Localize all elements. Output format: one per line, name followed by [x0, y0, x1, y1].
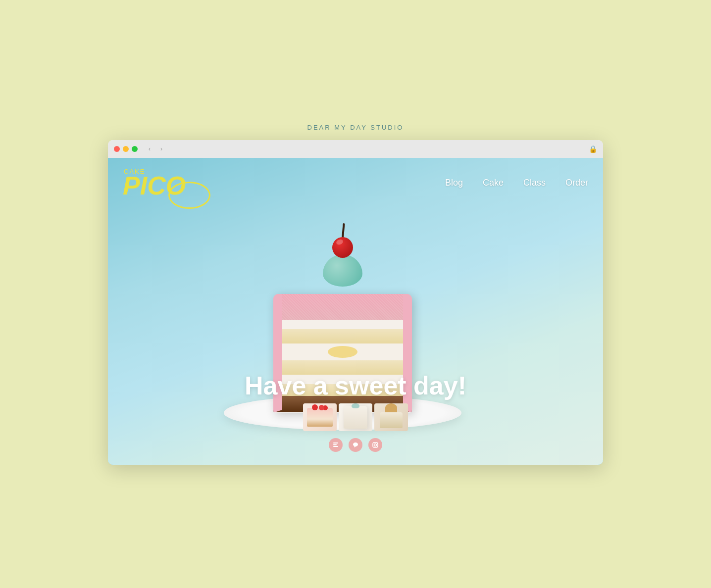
nav-links: Blog Cake Class Order: [445, 178, 588, 188]
svg-point-6: [377, 443, 377, 443]
thumbnail-2[interactable]: [339, 403, 372, 431]
hero-tagline: Have a sweet day!: [245, 371, 466, 400]
cake-visual: [214, 193, 471, 440]
browser-lock-icon: 🔒: [589, 145, 597, 153]
nav-item-class[interactable]: Class: [523, 178, 546, 188]
forward-button[interactable]: ›: [156, 144, 166, 154]
browser-chrome: ‹ › 🔒: [108, 140, 603, 158]
outer-title: DEAR MY DAY STUDIO: [307, 124, 404, 131]
back-button[interactable]: ‹: [145, 144, 154, 154]
blog-social-icon[interactable]: [329, 438, 343, 452]
nav-item-blog[interactable]: Blog: [445, 178, 463, 188]
svg-point-3: [353, 442, 358, 446]
instagram-social-icon[interactable]: [368, 438, 382, 452]
traffic-light-red[interactable]: [114, 146, 120, 152]
nav-bar: CAKE PICO Blog Cake Class Order: [108, 158, 603, 208]
svg-rect-2: [333, 446, 338, 447]
svg-rect-0: [333, 442, 338, 443]
traffic-light-yellow[interactable]: [123, 146, 129, 152]
traffic-light-green[interactable]: [132, 146, 138, 152]
browser-window: ‹ › 🔒: [108, 140, 603, 465]
svg-point-5: [374, 443, 377, 446]
nav-item-order[interactable]: Order: [565, 178, 588, 188]
hero-section: CAKE PICO Blog Cake Class Order Have a s…: [108, 158, 603, 465]
thumbnail-1[interactable]: [303, 403, 337, 431]
cherry-stem: [342, 223, 345, 238]
thumbnail-strip: [303, 403, 408, 431]
kakao-social-icon[interactable]: [349, 438, 362, 452]
cherry: [332, 237, 353, 258]
thumbnail-3[interactable]: [374, 403, 408, 431]
svg-rect-1: [333, 444, 337, 445]
social-icons: [329, 438, 382, 452]
logo-circle-decoration: [168, 182, 210, 209]
teal-dome: [323, 254, 362, 287]
nav-item-cake[interactable]: Cake: [483, 178, 504, 188]
logo-area: CAKE PICO: [123, 168, 186, 198]
